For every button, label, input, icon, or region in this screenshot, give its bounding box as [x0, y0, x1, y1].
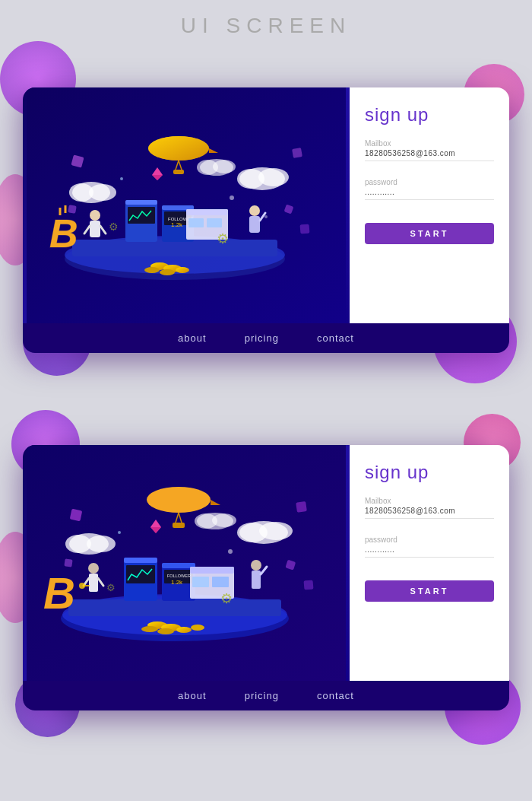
svg-text:1.2k: 1.2k	[171, 221, 183, 228]
svg-point-101	[212, 513, 236, 527]
card-illustration-2: B	[23, 445, 350, 681]
svg-point-90	[251, 560, 261, 571]
sign-up-title-2: sign up	[365, 462, 494, 483]
svg-point-42	[213, 160, 236, 173]
svg-point-57	[120, 177, 123, 180]
svg-rect-79	[190, 567, 234, 574]
password-group-1: password ............	[365, 178, 494, 209]
svg-rect-17	[186, 209, 228, 215]
svg-rect-18	[188, 218, 204, 227]
svg-rect-81	[212, 577, 229, 587]
password-group-2: password ............	[365, 536, 494, 567]
card-footer-2: about pricing contact	[23, 681, 509, 710]
svg-point-24	[176, 267, 189, 273]
svg-point-86	[176, 627, 192, 633]
svg-text:1.2k: 1.2k	[171, 579, 183, 586]
svg-rect-52	[299, 224, 309, 234]
svg-rect-108	[296, 501, 307, 513]
start-button-2[interactable]: START	[365, 580, 494, 602]
nav-contact-1[interactable]: contact	[317, 332, 354, 344]
svg-rect-91	[252, 571, 261, 589]
svg-point-58	[264, 215, 268, 218]
svg-text:⚙: ⚙	[220, 591, 233, 606]
page-title: UI SCREEN	[181, 14, 351, 37]
svg-rect-107	[70, 508, 83, 521]
svg-rect-32	[249, 216, 260, 233]
svg-point-56	[230, 195, 234, 200]
mailbox-group-1: Mailbox 18280536258@163.com	[365, 139, 494, 170]
nav-contact-2[interactable]: contact	[317, 690, 354, 701]
svg-point-27	[90, 210, 100, 221]
svg-rect-106	[173, 523, 185, 528]
svg-text:⚙: ⚙	[109, 221, 119, 233]
svg-rect-3	[72, 240, 277, 256]
svg-point-31	[249, 205, 260, 216]
section-2: B	[8, 406, 524, 749]
mailbox-value-1: 18280536258@163.com	[365, 149, 494, 161]
card-form-1: sign up Mailbox 18280536258@163.com pass…	[350, 87, 509, 323]
svg-text:B: B	[49, 211, 78, 256]
svg-rect-111	[64, 558, 72, 567]
svg-rect-65	[89, 574, 98, 592]
svg-rect-9	[125, 200, 157, 205]
mailbox-group-2: Mailbox 18280536258@163.com	[365, 497, 494, 528]
nav-about-2[interactable]: about	[178, 690, 207, 701]
svg-point-23	[160, 269, 175, 275]
nav-pricing-1[interactable]: pricing	[245, 332, 279, 344]
svg-rect-110	[303, 580, 313, 590]
page-header: UI SCREEN	[0, 0, 532, 49]
svg-point-95	[87, 536, 116, 552]
svg-point-39	[258, 168, 289, 186]
svg-text:⚙: ⚙	[217, 231, 229, 246]
svg-rect-19	[207, 218, 222, 227]
svg-point-85	[157, 628, 174, 634]
svg-text:FOLLOWER: FOLLOWER	[167, 574, 191, 578]
nav-about-1[interactable]: about	[178, 332, 207, 344]
svg-rect-28	[90, 221, 100, 237]
svg-rect-69	[84, 585, 90, 586]
password-label-2: password	[365, 536, 494, 544]
section-1-bg: B B F	[8, 49, 524, 391]
card-form-2: sign up Mailbox 18280536258@163.com pass…	[350, 445, 509, 681]
svg-point-102	[147, 487, 211, 513]
svg-text:⚙: ⚙	[106, 582, 116, 593]
card-illustration-1: B B F	[23, 87, 350, 323]
main-card-2: B	[23, 445, 509, 710]
svg-point-44	[148, 136, 209, 161]
svg-text:B: B	[43, 568, 75, 618]
svg-rect-62	[68, 599, 281, 616]
svg-point-87	[191, 625, 204, 631]
section-2-bg: B	[8, 406, 524, 749]
svg-point-22	[144, 267, 160, 273]
svg-rect-48	[173, 170, 184, 174]
svg-rect-72	[126, 565, 155, 583]
section-1: B B F	[8, 49, 524, 391]
password-value-1: ............	[365, 188, 494, 200]
svg-point-114	[228, 549, 233, 554]
password-label-1: password	[365, 178, 494, 186]
mailbox-value-2: 18280536258@163.com	[365, 507, 494, 519]
svg-rect-53	[68, 205, 77, 214]
svg-point-84	[141, 626, 158, 632]
svg-point-64	[88, 563, 99, 574]
sign-up-title-1: sign up	[365, 104, 494, 126]
svg-point-98	[259, 522, 293, 540]
card-inner-2: B	[23, 445, 509, 681]
svg-rect-80	[192, 577, 209, 587]
mailbox-label-1: Mailbox	[365, 139, 494, 148]
svg-point-36	[89, 184, 116, 201]
mailbox-label-2: Mailbox	[365, 497, 494, 505]
svg-rect-71	[124, 558, 157, 563]
password-value-2: ............	[365, 545, 494, 558]
card-inner-1: B B F	[23, 87, 509, 323]
svg-point-115	[118, 531, 121, 534]
svg-rect-50	[292, 148, 302, 158]
svg-rect-10	[128, 207, 155, 224]
main-card-1: B B F	[23, 87, 509, 353]
start-button-1[interactable]: START	[365, 223, 494, 244]
card-footer-1: about pricing contact	[23, 323, 509, 353]
nav-pricing-2[interactable]: pricing	[245, 690, 279, 701]
